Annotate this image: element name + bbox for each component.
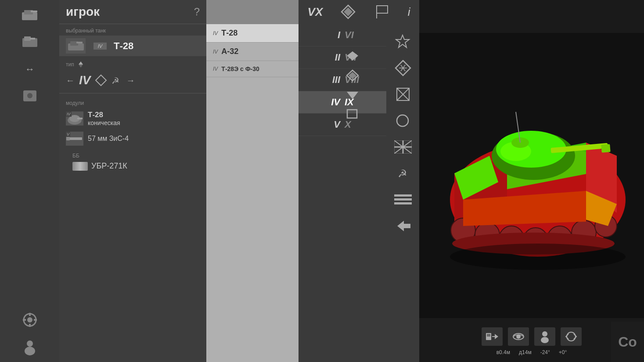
diamond-filter-icon[interactable] [95,74,107,86]
orbit-view-button[interactable] [508,327,529,346]
turret-name: Т-28 [88,111,120,119]
ammo-type-label: ББ [66,151,200,159]
type-icon-diamond[interactable] [346,50,359,61]
module-turret-row: IV Т-28 коническая [66,111,200,126]
tier-rows-container: I VI II VII III VIII IV IX V X [299,24,386,136]
current-tier: IV [79,73,90,87]
ammo-row: УБР-271К [66,159,200,173]
svg-point-89 [541,337,549,343]
svg-rect-13 [23,319,26,321]
tier-left-1: I [316,29,340,41]
sidebar-settings-bottom-icon[interactable] [17,308,43,332]
svg-rect-83 [487,334,490,337]
svg-point-43 [397,115,408,126]
nation-filter-icon[interactable]: ☭ [109,74,122,86]
svg-rect-33 [347,110,357,118]
player-header: игрок ? [59,0,206,24]
3d-view-panel: в0.4м д14м -24° +0° Co [419,0,644,362]
help-button[interactable]: ? [194,6,200,18]
top-stripes-icon[interactable] [341,4,356,20]
tank-list-item-a32[interactable]: IV А-32 [206,43,299,61]
module-gun-row: V 57 мм ЗиС-4 [66,132,200,146]
tank-list-panel: IV Т-28 IV А-32 IV Т-28Э с Ф-30 [206,0,299,362]
svg-point-8 [27,93,32,98]
svg-rect-12 [29,324,31,327]
nation-france-icon[interactable] [391,189,415,211]
tier-left-4: IV [316,97,340,108]
tier-row-5-10[interactable]: V X [299,114,386,136]
left-sidebar: ↔ [0,0,59,362]
tier-left-2: II [316,52,340,63]
ammo-shell-icon [72,162,88,171]
tank-tier-badge-1: IV [213,30,218,36]
sidebar-module-icon[interactable] [17,30,43,54]
nation-ussr-icon[interactable]: ☭ [391,162,415,184]
crew-view-button[interactable] [534,327,555,346]
sort-up-icon[interactable] [79,61,83,68]
top-flag-icon[interactable] [374,4,390,20]
svg-rect-52 [394,202,412,204]
tier-row-2-7[interactable]: II VII [299,47,386,69]
tank-name-1: Т-28 [221,29,237,38]
tier-right-10: X [345,119,369,130]
sidebar-tank-icon[interactable] [17,4,43,28]
top-filter-bar: VX i [299,0,419,24]
nation-germany-cross-icon[interactable] [391,83,415,105]
svg-marker-85 [495,334,498,339]
tier-row-3-8[interactable]: III VIII [299,69,386,91]
nation-japan-icon[interactable] [391,215,415,237]
selected-tier-badge: IV [94,43,107,50]
svg-rect-28 [66,137,70,140]
tier-display-row: ← IV ☭ → [59,70,206,91]
tier-right-6: VI [345,29,369,41]
type-icon-stripes[interactable] [346,69,359,82]
top-info-icon[interactable]: i [408,5,410,19]
tier-row-1-6[interactable]: I VI [299,24,386,47]
modules-section: модули IV Т-28 коническая V [59,96,206,178]
divider-1 [59,93,206,93]
svg-point-16 [25,347,35,355]
svg-text:↔: ↔ [25,64,35,75]
tank-list-item-t28e[interactable]: IV Т-28Э с Ф-30 [206,61,299,77]
sidebar-gear-icon[interactable] [17,84,43,108]
svg-marker-29 [347,51,358,61]
svg-rect-2 [31,11,37,12]
svg-rect-51 [394,198,412,201]
player-title: игрок [66,5,194,19]
svg-marker-22 [96,75,106,86]
tank-tier-badge-2: IV [213,49,218,55]
rotate-view-button[interactable] [561,327,582,346]
svg-marker-20 [79,61,83,65]
tank-3d-view[interactable] [419,22,644,329]
tier-left-5: V [316,119,340,130]
angle2-value: +0° [559,349,567,355]
ammo-name: УБР-271К [91,161,127,171]
selected-tank-row[interactable]: IV Т-28 [59,36,206,56]
type-icon-triangle[interactable] [346,90,359,100]
gun-icon: V [66,132,83,146]
view-control-buttons [482,327,582,346]
sidebar-arrows-icon[interactable]: ↔ [17,57,43,81]
svg-marker-53 [397,221,410,231]
svg-rect-26 [77,118,83,119]
nation-uk-icon[interactable] [391,136,415,158]
svg-point-10 [27,317,32,323]
tier-row-4-9[interactable]: IV IX [299,91,386,114]
reset-view-button[interactable] [482,327,503,346]
selected-tank-label: выбранный танк [59,24,206,36]
nation-ussr-star[interactable] [391,31,415,53]
tier-filter-panel: VX I VI II VII III VIII IV IX V X [299,0,386,362]
svg-point-15 [27,340,33,347]
measurements-row: в0.4м д14м -24° +0° [496,349,567,355]
bottom-controls: в0.4м д14м -24° +0° [482,327,582,355]
tier-left-3: III [316,74,340,86]
svg-marker-56 [377,6,388,13]
svg-rect-19 [76,42,83,43]
left-arrow[interactable]: ← [66,75,75,86]
sidebar-person-icon[interactable] [17,334,43,358]
tank-list-item-t28[interactable]: IV Т-28 [206,24,299,43]
nation-germany-icon[interactable] [391,57,415,79]
nation-usa-icon[interactable] [391,110,415,132]
type-icon-square[interactable] [346,108,358,119]
right-arrow[interactable]: → [126,75,135,86]
